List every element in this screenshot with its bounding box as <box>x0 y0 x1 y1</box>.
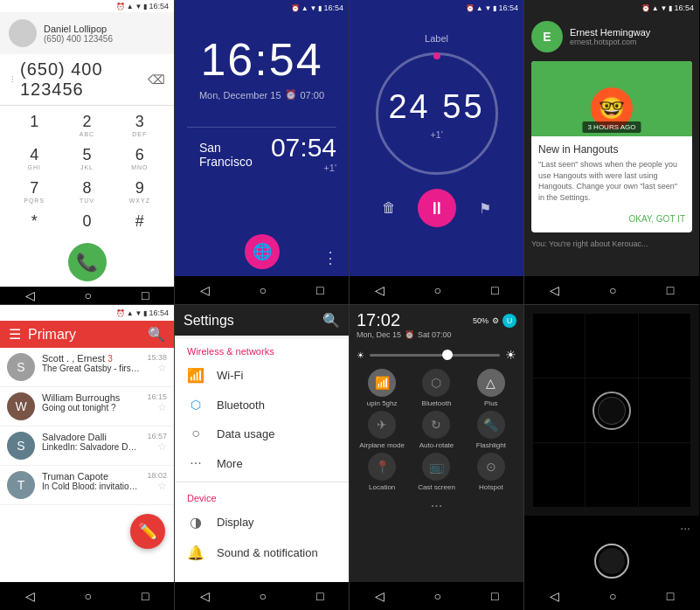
contact-phone: (650) 400 123456 <box>44 34 113 44</box>
timer-delete-button[interactable]: 🗑 <box>375 194 403 222</box>
nav-home-button[interactable]: ○ <box>260 283 267 297</box>
settings-divider <box>175 482 349 482</box>
nav-home-button[interactable]: ○ <box>260 589 267 603</box>
search-icon[interactable]: 🔍 <box>148 326 165 343</box>
hangouts-user-avatar: E <box>531 21 563 52</box>
camera-shutter-area <box>524 540 699 582</box>
nav-back-button[interactable]: ◁ <box>375 283 385 297</box>
camera-more-button[interactable]: ··· <box>680 521 690 535</box>
dial-key-4[interactable]: 4GHI <box>9 142 59 174</box>
more-button[interactable]: ⋮ <box>322 248 338 267</box>
tile-cast[interactable]: 📺 Cast screen <box>411 453 461 491</box>
dial-key-hash[interactable]: # <box>114 209 165 234</box>
nav-back-button[interactable]: ◁ <box>550 283 559 297</box>
dial-key-5[interactable]: 5JKL <box>61 142 112 174</box>
signal-icon: ▲ <box>476 4 483 12</box>
hangouts-card-title: New in Hangouts <box>531 136 692 159</box>
clock-status-bar: ⏰ ▲ ▼ ▮ 16:54 <box>175 0 349 16</box>
status-time: 16:54 <box>149 308 169 317</box>
tile-location[interactable]: 📍 Location <box>357 453 407 491</box>
timer-flag-button[interactable]: ⚑ <box>471 194 499 222</box>
battery-percent: 50% <box>473 316 489 325</box>
compose-fab-button[interactable]: ✏️ <box>130 514 165 549</box>
email-meta: 15:38 ☆ <box>147 353 167 374</box>
bluetooth-tile-icon: ⬡ <box>422 369 450 397</box>
nav-recent-button[interactable]: □ <box>667 283 674 297</box>
airplane-tile-icon: ✈ <box>368 411 396 439</box>
nav-home-button[interactable]: ○ <box>609 589 616 603</box>
nav-recent-button[interactable]: □ <box>667 589 674 603</box>
nav-home-button[interactable]: ○ <box>434 589 441 603</box>
delete-button[interactable]: ⌫ <box>148 73 165 87</box>
dial-key-8[interactable]: 8TUV <box>61 176 112 207</box>
nav-back-button[interactable]: ◁ <box>25 288 35 302</box>
dial-key-9[interactable]: 9WXYZ <box>114 176 165 207</box>
gmail-email-3[interactable]: S Salvadore Dalli LinkedIn: Salvadore Da… <box>0 426 174 466</box>
nav-recent-button[interactable]: □ <box>142 288 149 302</box>
nav-home-button[interactable]: ○ <box>85 589 92 603</box>
menu-icon[interactable]: ☰ <box>9 326 21 343</box>
gmail-email-4[interactable]: T Truman Capote In Cold Blood: invitatio… <box>0 466 174 505</box>
settings-display[interactable]: ◑ Display <box>175 507 349 537</box>
star-icon[interactable]: ☆ <box>147 480 167 492</box>
status-time: 16:54 <box>323 3 343 12</box>
settings-search-icon[interactable]: 🔍 <box>322 312 340 329</box>
dial-key-3[interactable]: 3DEF <box>114 109 165 141</box>
nav-home-button[interactable]: ○ <box>85 288 92 302</box>
settings-icon[interactable]: ⚙ <box>492 316 499 325</box>
brightness-slider[interactable] <box>370 354 500 357</box>
wifi-icon: ▼ <box>135 309 142 317</box>
tile-rotate[interactable]: ↻ Auto-rotate <box>411 411 461 449</box>
nav-recent-button[interactable]: □ <box>142 589 149 603</box>
nav-back-button[interactable]: ◁ <box>200 589 210 603</box>
dial-key-star[interactable]: * <box>9 209 59 234</box>
globe-icon: 🌐 <box>253 242 272 261</box>
nav-back-button[interactable]: ◁ <box>550 589 559 603</box>
data-usage-label: Data usage <box>217 427 275 440</box>
battery-icon: ▮ <box>493 4 496 12</box>
nav-back-button[interactable]: ◁ <box>25 589 35 603</box>
nav-recent-button[interactable]: □ <box>316 283 323 297</box>
nav-recent-button[interactable]: □ <box>316 589 323 603</box>
tile-airplane[interactable]: ✈ Airplane mode <box>357 411 407 449</box>
nav-back-button[interactable]: ◁ <box>200 283 210 297</box>
gmail-email-2[interactable]: W William Burroughs Going out tonight ? … <box>0 387 174 426</box>
hangouts-user-info: Ernest Hemingway ernest.hotspot.com <box>570 27 650 46</box>
nav-back-button[interactable]: ◁ <box>375 589 385 603</box>
settings-sound[interactable]: 🔔 Sound & notification <box>175 537 349 568</box>
avatar: W <box>7 392 35 420</box>
more-dots-button[interactable]: ··· <box>431 498 442 514</box>
okay-got-it-button[interactable]: OKAY, GOT IT <box>629 214 685 224</box>
shutter-button[interactable] <box>594 544 629 579</box>
dial-key-0[interactable]: 0 <box>61 209 112 234</box>
settings-bluetooth[interactable]: ⬡ Bluetooth <box>175 391 349 419</box>
settings-more[interactable]: ··· More <box>175 448 349 478</box>
camera-grid-cell <box>586 314 637 378</box>
star-icon[interactable]: ☆ <box>147 401 167 413</box>
tile-bluetooth[interactable]: ⬡ Bluetooth <box>411 369 461 407</box>
brightness-high-icon: ☀ <box>505 348 516 362</box>
dial-key-2[interactable]: 2ABC <box>61 109 112 141</box>
email-subject: The Great Gatsby - first draft <box>42 364 140 373</box>
dial-key-1[interactable]: 1 <box>9 109 59 141</box>
tile-wifi[interactable]: 📶 upin 5ghz <box>357 369 407 407</box>
nav-recent-button[interactable]: □ <box>491 589 498 603</box>
gmail-email-1[interactable]: S Scott . , Ernest 3 The Great Gatsby - … <box>0 348 174 387</box>
nav-home-button[interactable]: ○ <box>434 283 441 297</box>
dial-key-6[interactable]: 6MNO <box>114 142 165 174</box>
star-icon[interactable]: ☆ <box>147 362 167 374</box>
timer-pause-button[interactable]: ⏸ <box>418 189 456 227</box>
phone-icon: 📞 <box>76 252 98 273</box>
tile-hotspot[interactable]: ⊙ Hotspot <box>466 453 516 491</box>
tile-flashlight[interactable]: 🔦 Flashlight <box>466 411 516 449</box>
settings-data-usage[interactable]: ○ Data usage <box>175 419 349 448</box>
dial-key-7[interactable]: 7PQRS <box>9 176 59 207</box>
gmail-title: Primary <box>28 327 141 343</box>
tile-plus[interactable]: △ Plus <box>466 369 516 407</box>
nav-recent-button[interactable]: □ <box>491 283 498 297</box>
star-icon[interactable]: ☆ <box>147 440 167 453</box>
settings-wifi[interactable]: 📶 Wi-Fi <box>175 360 349 391</box>
call-button[interactable]: 📞 <box>68 243 107 281</box>
globe-fab-button[interactable]: 🌐 <box>245 234 280 269</box>
nav-home-button[interactable]: ○ <box>609 283 616 297</box>
